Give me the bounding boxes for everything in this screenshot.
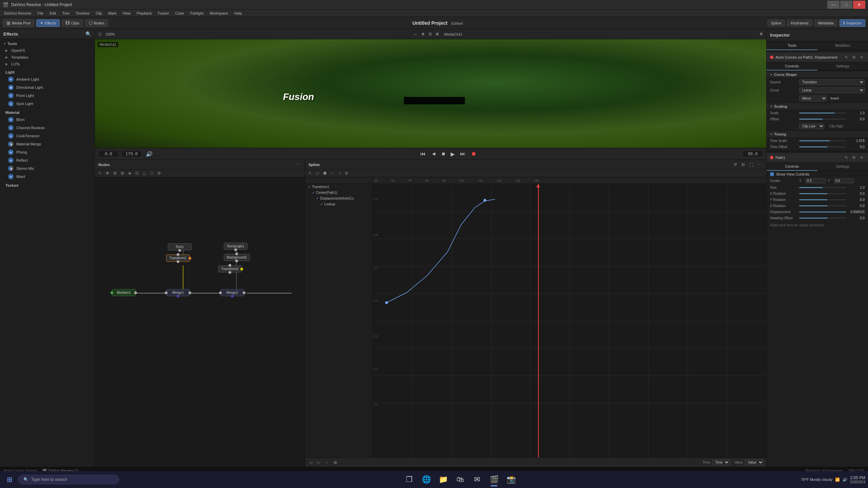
- heading-offset-slider[interactable]: [799, 218, 846, 219]
- templates-item[interactable]: ▶ Templates: [0, 54, 95, 61]
- merge2-node[interactable]: Merge2: [220, 289, 244, 296]
- menu-timeline[interactable]: Timeline: [73, 11, 92, 16]
- spline-expand-icon[interactable]: ⛶: [748, 162, 754, 167]
- preview-tool-1[interactable]: ↔: [412, 32, 419, 37]
- transform1-node[interactable]: Transform1: [166, 255, 190, 262]
- tools-section[interactable]: ▼ Tools: [0, 40, 95, 47]
- directional-light-item[interactable]: ◉ Directional Light: [0, 83, 95, 92]
- anim-settings-tab[interactable]: Settings: [817, 62, 868, 70]
- node-tool-9[interactable]: ⚙: [156, 170, 162, 176]
- timecode-end[interactable]: 179.0: [121, 150, 142, 157]
- preview-zoom-level[interactable]: 100%: [104, 32, 116, 37]
- preview-settings[interactable]: ⚙: [758, 31, 764, 37]
- ambient-light-item[interactable]: ● Ambient Light: [0, 75, 95, 83]
- node-tool-5[interactable]: ◈: [127, 170, 133, 176]
- media-pool-button[interactable]: ⊞ Media Pool: [3, 19, 34, 27]
- preview-tool-2[interactable]: ⊕: [420, 31, 426, 37]
- node-tool-move[interactable]: ✥: [104, 170, 111, 176]
- inspector-button[interactable]: ℹ Inspector: [840, 19, 865, 27]
- background1-output[interactable]: [235, 260, 238, 262]
- menu-file[interactable]: File: [35, 11, 46, 16]
- node-tool-8[interactable]: ⬡: [149, 170, 155, 176]
- transform2-output[interactable]: [240, 268, 243, 270]
- nodes-settings[interactable]: ⋯: [295, 162, 301, 167]
- timing-section[interactable]: ▼ Timing: [767, 130, 868, 138]
- playback-time[interactable]: 90.0: [743, 150, 763, 157]
- source-dropdown[interactable]: Transition: [799, 79, 865, 85]
- taskbar-photos[interactable]: 📸: [504, 472, 518, 487]
- anim-curves-edit[interactable]: ✎: [843, 54, 849, 60]
- spline-lookup-item[interactable]: ✓ Lookup: [305, 201, 373, 207]
- spline-tool-2[interactable]: ◇: [315, 170, 320, 176]
- preview-zoom-fit[interactable]: ◻: [97, 31, 103, 37]
- maximize-button[interactable]: □: [840, 1, 852, 9]
- menu-view[interactable]: View: [120, 11, 133, 16]
- spline-bottom-3[interactable]: ↔: [323, 460, 330, 466]
- menu-workspace[interactable]: Workspace: [207, 11, 231, 16]
- clip-low-dropdown[interactable]: Clip Low: [799, 123, 824, 129]
- spline-button[interactable]: Spline: [767, 20, 785, 26]
- rectangle1-node[interactable]: Rectangle1: [224, 243, 248, 250]
- anim-curves-delete[interactable]: ✕: [859, 54, 865, 60]
- volume-icon[interactable]: 🔊: [144, 150, 154, 158]
- taskbar-explorer[interactable]: 📁: [436, 472, 451, 487]
- effects-search-icon[interactable]: 🔍: [85, 31, 91, 37]
- openfx-item[interactable]: ▶ OpenFX: [0, 47, 95, 54]
- nodes-button[interactable]: ⬡ Nodes: [85, 19, 108, 27]
- spot-light-item[interactable]: ◎ Spot Light: [0, 100, 95, 108]
- x-rotation-slider[interactable]: [799, 193, 846, 194]
- spline-tool-4[interactable]: ↔: [329, 170, 336, 176]
- y-rotation-slider[interactable]: [799, 199, 846, 200]
- menu-edit[interactable]: Edit: [47, 11, 59, 16]
- node-tool-3[interactable]: ⊞: [112, 170, 118, 176]
- menu-fusion[interactable]: Fusion: [155, 11, 172, 16]
- center-x-input[interactable]: [805, 178, 826, 183]
- phong-item[interactable]: ● Phong: [0, 148, 95, 156]
- spline-tool-3[interactable]: ⬟: [322, 170, 328, 176]
- rectangle1-output[interactable]: [234, 248, 237, 251]
- material-category[interactable]: Material: [0, 108, 95, 116]
- inspector-tab-tools[interactable]: Tools: [767, 41, 817, 50]
- show-view-controls-checkbox[interactable]: ✓: [770, 172, 774, 176]
- transform2-input[interactable]: [229, 264, 231, 267]
- text1-output[interactable]: [178, 249, 181, 252]
- scaling-section[interactable]: ▼ Scaling: [767, 103, 868, 110]
- inspector-tab-modifiers[interactable]: Modifiers: [817, 41, 868, 50]
- transform2-bottom[interactable]: [229, 271, 231, 274]
- invert-button[interactable]: Invert: [829, 96, 840, 101]
- value-select[interactable]: Value: [745, 460, 764, 465]
- merge1-bottom[interactable]: [177, 295, 179, 298]
- merge1-left[interactable]: [165, 291, 167, 294]
- merge1-node[interactable]: Merge1: [166, 289, 190, 296]
- path1-delete[interactable]: ✕: [859, 155, 865, 161]
- time-scale-slider[interactable]: [799, 140, 846, 141]
- taskbar-resolve[interactable]: 🎬: [487, 472, 501, 487]
- node-tool-select[interactable]: ↖: [97, 170, 103, 176]
- transform1-input[interactable]: [177, 253, 179, 256]
- path1-controls-tab[interactable]: Controls: [767, 163, 817, 171]
- luts-item[interactable]: ▶ LUTs: [0, 61, 95, 67]
- reflect-item[interactable]: ● Reflect: [0, 156, 95, 164]
- taskbar-taskview[interactable]: ❐: [402, 472, 417, 487]
- time-offset-slider[interactable]: [799, 146, 846, 147]
- text1-node[interactable]: Text1: [168, 243, 192, 250]
- spline-transform1-item[interactable]: ✓ Transform1: [305, 184, 373, 190]
- timecode-start[interactable]: 0.0: [98, 150, 119, 157]
- minimize-button[interactable]: —: [827, 1, 840, 9]
- light-category[interactable]: Light: [0, 67, 95, 75]
- menu-help[interactable]: Help: [232, 11, 245, 16]
- metadata-button[interactable]: Metadata: [814, 20, 837, 26]
- size-slider[interactable]: [799, 187, 846, 188]
- clips-button[interactable]: 🎞 Clips: [62, 19, 83, 27]
- keyframes-button[interactable]: Keyframes: [787, 20, 812, 26]
- mediain1-output[interactable]: [134, 291, 137, 294]
- background1-node[interactable]: Background1: [224, 254, 250, 261]
- point-light-item[interactable]: ● Point Light: [0, 92, 95, 100]
- spline-bottom-2[interactable]: ▷: [316, 460, 321, 466]
- curve-dropdown[interactable]: Linear: [799, 87, 865, 93]
- spline-tool-5[interactable]: ↕: [337, 170, 342, 176]
- spline-settings-btn[interactable]: ⋯: [756, 162, 763, 167]
- taskbar-edge[interactable]: 🌐: [419, 472, 434, 487]
- material-merge-item[interactable]: ◑ Material Merge: [0, 140, 95, 148]
- displacement-slider[interactable]: [799, 211, 846, 212]
